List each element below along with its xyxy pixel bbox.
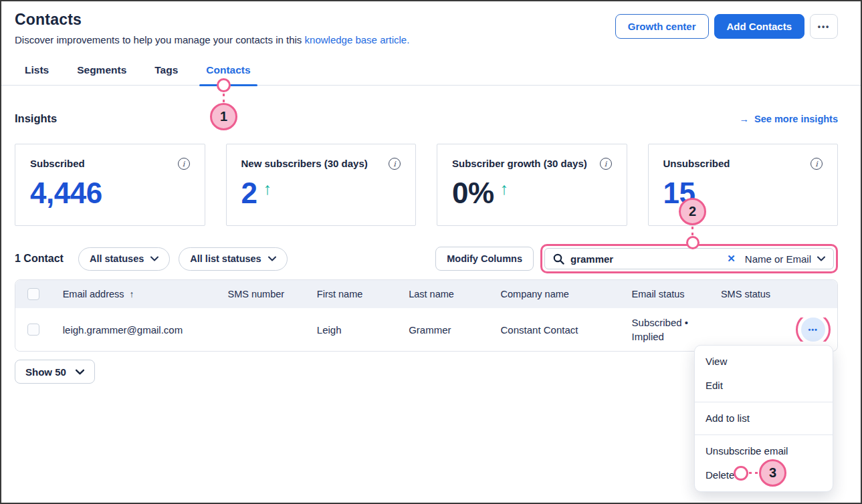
header-actions: Growth center Add Contacts ••• — [615, 11, 838, 45]
card-subscribed-value: 4,446 — [30, 178, 102, 209]
see-more-insights-label: See more insights — [754, 114, 838, 124]
contact-search-box: ✕ Name or Email — [544, 248, 834, 269]
search-icon — [553, 253, 564, 265]
menu-item-view[interactable]: View — [695, 350, 833, 374]
row-company: Constant Contact — [490, 324, 621, 336]
card-subscriber-growth-value: 0% — [452, 178, 494, 209]
contacts-table: Email address↑ SMS number First name Las… — [15, 279, 838, 352]
filter-bar-right: Modify Columns ✕ Name or Email — [435, 244, 838, 273]
card-subscribed-label: Subscribed — [30, 158, 85, 169]
status-filter-label: All statuses — [90, 253, 144, 264]
card-new-subscribers-label: New subscribers (30 days) — [241, 158, 368, 169]
column-first-name[interactable]: First name — [306, 289, 398, 299]
annotation-1-connector — [223, 94, 225, 103]
modify-columns-button[interactable]: Modify Columns — [435, 247, 534, 271]
row-actions-button[interactable]: ••• — [801, 318, 825, 342]
list-status-filter-dropdown[interactable]: All list statuses — [179, 247, 287, 271]
card-new-subscribers-value: 2 — [241, 178, 257, 209]
row-email-status: Subscribed • Implied — [621, 316, 710, 344]
contact-count: 1 Contact — [15, 253, 64, 265]
info-icon[interactable]: i — [178, 158, 190, 170]
column-email-address[interactable]: Email address↑ — [52, 289, 217, 299]
page-subtitle: Discover improvements to help you manage… — [15, 34, 409, 45]
right-arrow-icon: → — [740, 114, 750, 124]
card-unsubscribed-label: Unsubscribed — [663, 158, 730, 169]
trend-up-icon: ↑ — [263, 179, 272, 199]
chevron-down-icon — [817, 256, 825, 261]
column-company-name[interactable]: Company name — [490, 289, 621, 299]
show-per-page-label: Show 50 — [25, 366, 66, 378]
add-contacts-button[interactable]: Add Contacts — [714, 14, 805, 39]
search-scope-dropdown[interactable]: Name or Email — [745, 253, 825, 265]
tab-segments[interactable]: Segments — [77, 64, 126, 85]
see-more-insights-link[interactable]: → See more insights — [740, 114, 838, 124]
info-icon[interactable]: i — [600, 158, 612, 170]
row-first-name: Leigh — [306, 324, 398, 336]
info-icon[interactable]: i — [389, 158, 401, 170]
table-header-row: Email address↑ SMS number First name Las… — [15, 280, 837, 308]
row-last-name: Grammer — [398, 324, 490, 336]
list-status-filter-label: All list statuses — [190, 253, 261, 264]
chevron-down-icon — [150, 256, 158, 261]
insights-heading: Insights — [15, 112, 57, 125]
column-sms-number[interactable]: SMS number — [217, 289, 306, 299]
page-subtitle-text: Discover improvements to help you manage… — [15, 34, 302, 45]
insights-header: Insights → See more insights — [15, 112, 838, 125]
select-all-checkbox[interactable] — [27, 288, 39, 300]
header-more-options-button[interactable]: ••• — [810, 14, 838, 39]
row-actions-menu: View Edit Add to list Unsubscribe email … — [694, 345, 833, 492]
page-header-text: Contacts Discover improvements to help y… — [15, 11, 409, 45]
insight-cards: Subscribed i 4,446 New subscribers (30 d… — [15, 144, 838, 226]
search-input[interactable] — [570, 253, 727, 265]
column-last-name[interactable]: Last name — [398, 289, 490, 299]
card-unsubscribed-value: 15 — [663, 178, 695, 209]
chevron-down-icon — [268, 256, 276, 261]
ellipsis-icon: ••• — [808, 326, 818, 334]
card-subscribed: Subscribed i 4,446 — [15, 144, 205, 226]
contacts-tabs: Lists Segments Tags Contacts — [1, 64, 861, 86]
card-subscriber-growth: Subscriber growth (30 days) i 0% ↑ — [437, 144, 627, 226]
row-checkbox[interactable] — [27, 324, 39, 336]
growth-center-button[interactable]: Growth center — [615, 14, 709, 39]
column-sms-status[interactable]: SMS status — [710, 289, 788, 299]
menu-item-add-to-list[interactable]: Add to list — [695, 406, 833, 430]
filter-bar: 1 Contact All statuses All list statuses… — [15, 244, 838, 273]
info-icon[interactable]: i — [811, 158, 823, 170]
menu-item-unsubscribe-email[interactable]: Unsubscribe email — [695, 439, 833, 463]
clear-search-icon[interactable]: ✕ — [727, 253, 736, 265]
tab-lists[interactable]: Lists — [25, 64, 49, 85]
card-subscriber-growth-label: Subscriber growth (30 days) — [452, 158, 587, 169]
page-header: Contacts Discover improvements to help y… — [1, 1, 861, 45]
search-annotation-outline: ✕ Name or Email — [540, 244, 838, 273]
card-unsubscribed: Unsubscribed i 15 — [648, 144, 839, 226]
card-new-subscribers: New subscribers (30 days) i 2 ↑ — [226, 144, 417, 226]
ellipsis-icon: ••• — [818, 22, 831, 31]
contacts-page: Contacts Discover improvements to help y… — [0, 0, 862, 504]
knowledge-base-link[interactable]: knowledge base article. — [305, 34, 410, 45]
menu-item-delete[interactable]: Delete — [695, 463, 833, 487]
row-email: leigh.grammer@gmail.com — [52, 324, 217, 336]
menu-item-edit[interactable]: Edit — [695, 374, 833, 398]
chevron-down-icon — [76, 369, 84, 375]
tab-contacts[interactable]: Contacts — [206, 64, 250, 85]
show-per-page-dropdown[interactable]: Show 50 — [15, 360, 95, 384]
status-filter-dropdown[interactable]: All statuses — [78, 247, 170, 271]
sort-ascending-icon: ↑ — [130, 289, 134, 299]
page-title: Contacts — [15, 11, 409, 29]
search-scope-label: Name or Email — [745, 253, 811, 265]
trend-up-icon: ↑ — [500, 179, 509, 199]
annotation-2-connector — [691, 227, 693, 236]
tab-tags[interactable]: Tags — [154, 64, 178, 85]
column-email-status[interactable]: Email status — [621, 289, 710, 299]
